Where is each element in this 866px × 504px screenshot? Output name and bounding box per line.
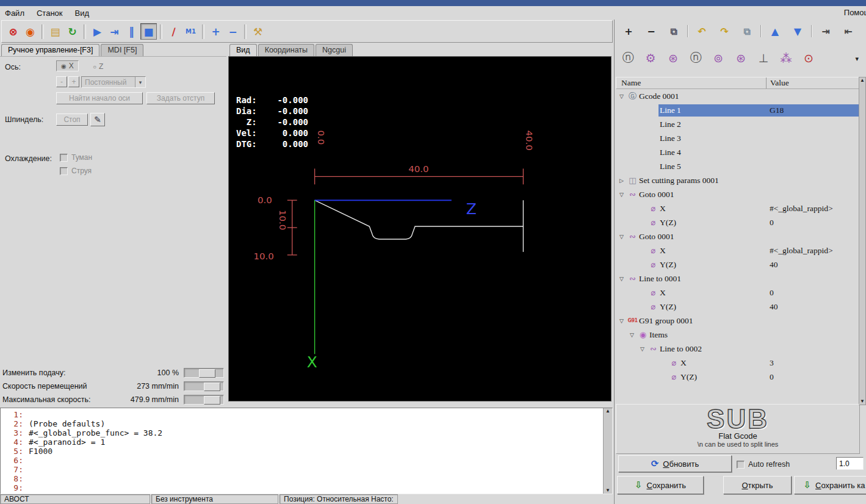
pause-button[interactable]: ‖	[123, 23, 140, 40]
gcode-line[interactable]: 4: #<_paranoid> = 1	[1, 437, 612, 447]
tree-item-value[interactable]	[767, 95, 860, 98]
append-item-button[interactable]: ⇥	[818, 23, 834, 39]
gcode-line[interactable]: 8:	[1, 474, 612, 483]
tree-item-value[interactable]	[767, 151, 860, 154]
expander-icon[interactable]: ▽	[619, 276, 627, 282]
tree-row[interactable]: Line 4	[616, 145, 860, 159]
tree-item-value[interactable]	[767, 193, 860, 196]
insert-item-button[interactable]: ⇤	[840, 23, 856, 39]
tree-row[interactable]: ▽ Ⓖ Gcode 0001	[616, 89, 860, 103]
gcode-line[interactable]: 9:	[1, 483, 612, 492]
tree-item-value[interactable]: G18	[767, 104, 860, 117]
tree-scrollbar[interactable]: ▲ ▼	[859, 77, 866, 405]
tree-row[interactable]: ▷ ◫ Set cutting params 0001	[616, 173, 860, 187]
tree-item-value[interactable]: #<_global_rappid>	[767, 203, 860, 215]
scroll-up-icon[interactable]: ▲	[860, 77, 865, 84]
open-file-button[interactable]: ▤	[47, 23, 63, 40]
tree-item-label[interactable]: Y(Z)	[659, 259, 767, 271]
menu-item[interactable]: Вид	[75, 9, 90, 18]
expander-icon[interactable]: ▽	[619, 93, 627, 99]
tree-row[interactable]: ▽ ◉ Items	[616, 328, 860, 342]
move-up-button[interactable]: ▲	[767, 23, 783, 39]
feature-origin-button[interactable]: ⊙	[800, 49, 817, 67]
feature-n-button[interactable]: ⓝ	[619, 49, 637, 67]
chevron-down-icon[interactable]: ▾	[135, 77, 145, 87]
slider-handle[interactable]	[204, 396, 220, 405]
jog-minus-button[interactable]: -	[56, 76, 67, 87]
tree-item-value[interactable]	[767, 179, 860, 182]
open-button[interactable]: Открыть	[723, 476, 792, 494]
gcode-line[interactable]: 2: (Probe defaults)	[1, 419, 612, 428]
remove-feature-button[interactable]: −	[643, 23, 659, 39]
tree-row[interactable]: ⌀ X #<_global_rappid>	[616, 201, 860, 215]
slider-trough[interactable]	[184, 381, 224, 391]
tree-item-label[interactable]: Y(Z)	[659, 217, 767, 229]
tree-item-label[interactable]: X	[659, 287, 767, 299]
expander-icon[interactable]: ▽	[630, 332, 638, 338]
tree-item-label[interactable]: Y(Z)	[659, 301, 767, 313]
tool-touch-off-button[interactable]: ⚒	[250, 23, 266, 40]
tree-item-value[interactable]	[767, 334, 860, 336]
menu-item[interactable]: Станок	[37, 9, 63, 18]
gcode-line[interactable]: 7:	[1, 465, 612, 474]
tree-row[interactable]: Line 5	[616, 159, 860, 173]
skip-lines-button[interactable]: ∕	[165, 23, 182, 40]
feature-probe-button[interactable]: ⊥	[755, 49, 772, 67]
spindle-stop-button[interactable]: Стоп	[56, 113, 88, 126]
expander-icon[interactable]: ▷	[619, 178, 627, 184]
feature-thread-button[interactable]: ⊛	[732, 49, 749, 67]
optional-pause-button[interactable]: M1	[182, 23, 199, 40]
refresh-button[interactable]: ⟳ Обновить	[618, 455, 732, 472]
checkbox-icon[interactable]	[60, 167, 68, 175]
tree-item-value[interactable]: 3	[767, 357, 860, 369]
tree-row[interactable]: ⌀ Y(Z) 0	[616, 370, 860, 384]
gcode-line[interactable]: 5: F1000	[1, 447, 612, 456]
zoom-in-button[interactable]: +	[207, 23, 224, 40]
tree-item-value[interactable]: #<_global_rappid>	[767, 245, 860, 257]
zoom-out-button[interactable]: −	[225, 23, 241, 40]
coolant-checkbox-row[interactable]: Струя	[60, 167, 92, 175]
tree-item-value[interactable]: 40	[767, 259, 860, 271]
slider-handle[interactable]	[199, 369, 215, 378]
tree-item-value[interactable]	[767, 165, 860, 168]
tree-item-label[interactable]: Goto 0001	[638, 231, 767, 243]
gcode-editor[interactable]: 1: 2: (Probe defaults) 3: #<_global_prob…	[0, 408, 613, 494]
tree-row[interactable]: ⌀ X #<_global_rappid>	[616, 243, 860, 257]
tree-row[interactable]: ▽ ∾ Goto 0001	[616, 187, 860, 201]
tree-item-label[interactable]: Line 4	[659, 146, 767, 159]
expander-icon[interactable]: ▽	[619, 318, 627, 324]
feature-n2-button[interactable]: ⓝ	[687, 49, 704, 67]
axis-z-radio[interactable]: ○ Z	[93, 62, 103, 71]
undo-button[interactable]: ↶	[694, 23, 710, 39]
tree-item-value[interactable]	[767, 123, 860, 126]
tree-row[interactable]: Line 3	[616, 131, 860, 145]
duplicate-button[interactable]: ⧉	[666, 23, 682, 39]
preview-tab[interactable]: Ngcgui	[316, 44, 353, 56]
feature-pocket-button[interactable]: ⊛	[665, 49, 682, 67]
gcode-line[interactable]: 3: #<_global_probe_func> = 38.2	[1, 428, 612, 437]
coolant-checkbox-row[interactable]: Туман	[60, 153, 92, 162]
run-button[interactable]: ▶	[89, 23, 106, 40]
set-offset-button[interactable]: Задать отступ	[146, 92, 215, 104]
move-down-button[interactable]: ▼	[790, 23, 806, 39]
tree-row[interactable]: ⌀ X 3	[616, 356, 860, 370]
tree-item-value[interactable]: 0	[767, 287, 860, 299]
tree-item-label[interactable]: Set cutting params 0001	[638, 175, 767, 187]
tree-row[interactable]: ⌀ Y(Z) 40	[616, 300, 860, 314]
tree-item-value[interactable]	[767, 348, 860, 350]
name-column-header[interactable]: Name	[616, 77, 767, 88]
save-as-button[interactable]: ⇩ Сохранить ка	[794, 476, 866, 494]
tree-row[interactable]: ⌀ X 0	[616, 286, 860, 300]
tree-item-value[interactable]	[767, 278, 860, 280]
machine-power-button[interactable]: ◉	[22, 23, 38, 40]
tree-item-value[interactable]: 0	[767, 371, 860, 383]
slider-trough[interactable]	[184, 368, 224, 378]
value-column-header[interactable]: Value	[767, 77, 859, 88]
feature-array-button[interactable]: ⁂	[778, 49, 795, 67]
tree-item-label[interactable]: Line 1	[659, 104, 767, 117]
backplot-preview[interactable]: 40.0 0.0 40.0 0.0 10.0 10.0 Z X Rad: -0.…	[228, 56, 612, 401]
checkbox-icon[interactable]	[60, 154, 68, 162]
slider-trough[interactable]	[184, 395, 224, 405]
gcode-line[interactable]: 6:	[1, 456, 612, 465]
home-axis-button[interactable]: Найти начало оси	[56, 92, 143, 104]
